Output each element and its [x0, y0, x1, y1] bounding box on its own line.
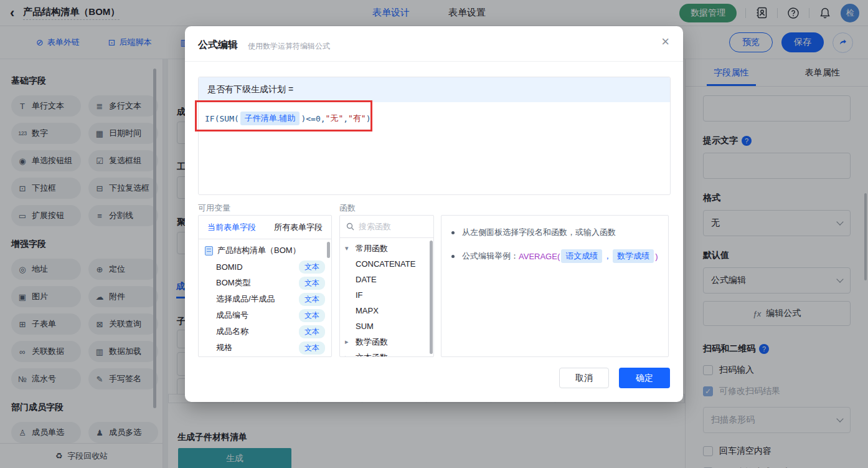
tree-field[interactable]: 规格文本	[199, 340, 331, 356]
field-name: 选择成品/半成品	[216, 294, 275, 305]
tree-field[interactable]: BOM类型文本	[199, 275, 331, 291]
function-item[interactable]: IF	[340, 287, 433, 303]
function-item[interactable]: SUM	[340, 318, 433, 334]
field-name: 规格	[216, 342, 232, 353]
close-icon[interactable]: ×	[661, 35, 669, 49]
form-doc-icon	[205, 246, 213, 255]
type-tag: 文本	[299, 260, 325, 274]
example-comma: ，	[603, 251, 611, 262]
tree-field[interactable]: 成品编号文本	[199, 307, 331, 323]
function-group-math[interactable]: ▸ 数学函数	[340, 334, 433, 350]
tip-line-2: 公式编辑举例： AVERAGE( 语文成绩 ， 数学成绩 )	[451, 249, 658, 263]
type-tag: 文本	[299, 293, 325, 306]
formula-operator: )<=0,	[301, 114, 325, 123]
functions-panel: ▾ 常用函数 CONCATENATE DATE IF MAPX SUM ▸ 数学…	[339, 215, 434, 357]
tip-text: 从左侧面板选择字段名和函数，或输入函数	[462, 227, 616, 238]
variables-scrollbar[interactable]	[327, 242, 330, 258]
type-tag: 文本	[299, 309, 325, 322]
bullet-icon	[451, 255, 455, 258]
function-search[interactable]	[340, 216, 433, 238]
group-label: 文本函数	[356, 352, 388, 358]
tip-line-1: 从左侧面板选择字段名和函数，或输入函数	[451, 227, 658, 238]
cancel-button[interactable]: 取消	[559, 368, 609, 388]
functions-scrollbar[interactable]	[430, 241, 433, 354]
tip-text: 公式编辑举例：	[462, 251, 519, 262]
example-field-chip: 数学成绩	[613, 249, 654, 263]
caret-closed-icon: ▸	[345, 353, 352, 357]
field-name: 成品编号	[216, 310, 248, 321]
modal-subtitle: 使用数学运算符编辑公式	[248, 41, 330, 52]
bullet-icon	[451, 231, 455, 234]
confirm-button[interactable]: 确定	[619, 368, 670, 388]
group-label: 数学函数	[356, 337, 388, 348]
modal-title: 公式编辑	[198, 39, 238, 52]
formula-edit-modal: 公式编辑 使用数学运算符编辑公式 × 是否有下级生成计划 = IF(SUM( 子…	[185, 26, 683, 402]
caret-closed-icon: ▸	[345, 338, 352, 346]
example-paren: )	[655, 252, 658, 261]
variables-label: 可用变量	[198, 203, 230, 214]
tab-all-form-fields[interactable]: 所有表单字段	[274, 222, 323, 233]
function-search-input[interactable]	[359, 222, 421, 231]
formula-string: "无"	[326, 113, 344, 124]
formula-editor: 是否有下级生成计划 = IF(SUM( 子件清单.辅助 )<=0, "无" , …	[198, 77, 671, 195]
tips-panel: 从左侧面板选择字段名和函数，或输入函数 公式编辑举例： AVERAGE( 语文成…	[441, 215, 669, 357]
example-field-chip: 语文成绩	[561, 249, 602, 263]
example-function: AVERAGE(	[519, 252, 560, 261]
variables-panel: 当前表单字段 所有表单字段 产品结构清单（BOM） BOMID文本 BOM类型文…	[198, 215, 332, 357]
function-group-text[interactable]: ▸ 文本函数	[340, 350, 433, 357]
tree-field[interactable]: 成品名称文本	[199, 323, 331, 340]
formula-target: 是否有下级生成计划 =	[199, 77, 670, 102]
search-icon	[346, 222, 354, 231]
group-label: 常用函数	[356, 243, 388, 254]
formula-string: "有"	[348, 113, 366, 124]
formula-keyword: IF(SUM(	[205, 114, 239, 123]
caret-open-icon: ▾	[345, 244, 352, 252]
function-item[interactable]: DATE	[340, 272, 433, 287]
function-item[interactable]: MAPX	[340, 303, 433, 318]
field-name: BOMID	[216, 262, 243, 272]
function-group-common[interactable]: ▾ 常用函数	[340, 241, 433, 256]
tree-root-label: 产品结构清单（BOM）	[217, 245, 301, 256]
formula-paren: )	[366, 114, 371, 123]
formula-input[interactable]: IF(SUM( 子件清单.辅助 )<=0, "无" , "有" )	[199, 102, 670, 135]
function-item[interactable]: CONCATENATE	[340, 256, 433, 272]
field-chip[interactable]: 子件清单.辅助	[240, 112, 300, 125]
tree-field[interactable]: BOMID文本	[199, 259, 331, 275]
type-tag: 文本	[299, 325, 325, 338]
formula-comma: ,	[343, 114, 348, 123]
tree-field[interactable]: 选择成品/半成品文本	[199, 291, 331, 307]
field-name: BOM类型	[216, 277, 251, 289]
functions-label: 函数	[339, 203, 356, 214]
type-tag: 文本	[299, 341, 325, 355]
variables-tabs: 当前表单字段 所有表单字段	[199, 216, 331, 239]
tree-root[interactable]: 产品结构清单（BOM）	[199, 242, 331, 259]
field-name: 成品名称	[216, 326, 248, 337]
divider	[185, 61, 683, 62]
type-tag: 文本	[299, 277, 325, 290]
tab-current-form-fields[interactable]: 当前表单字段	[207, 222, 256, 233]
